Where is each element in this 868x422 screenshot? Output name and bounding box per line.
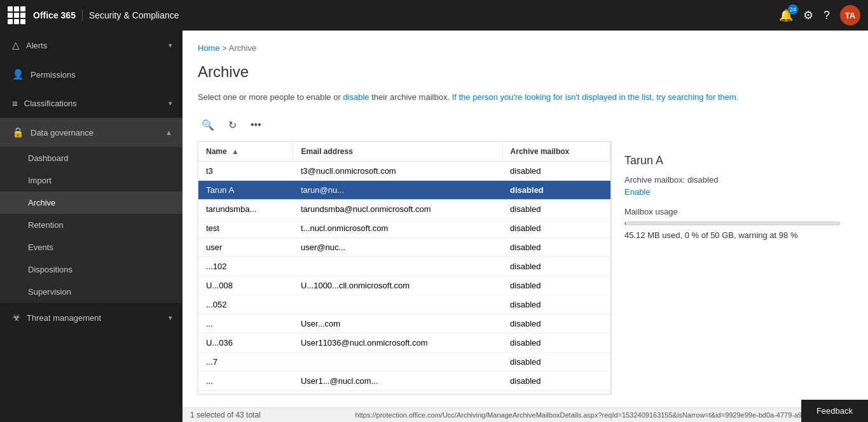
table-row[interactable]: t3t3@nucll.onmicrosoft.comdisabled (198, 161, 610, 180)
table-row[interactable]: U...036User11036@nucl.onmicrosoft.comdis… (198, 333, 610, 352)
cell-email: t...nucl.onmicrosoft.com (293, 218, 502, 237)
sidebar-item-dispositions[interactable]: Dispositions (0, 258, 183, 281)
avatar[interactable]: TA (840, 5, 860, 25)
cell-email (293, 295, 502, 314)
cell-name: U...008 (198, 276, 293, 295)
notification-icon[interactable]: 🔔 24 (779, 8, 793, 22)
cell-name: ... (198, 314, 293, 333)
refresh-button[interactable]: ↻ (224, 116, 240, 134)
sidebar-item-data-governance-label: Data governance (31, 128, 93, 137)
waffle-menu[interactable] (8, 6, 25, 24)
cell-name: venkatesh (198, 390, 293, 395)
sidebar-item-permissions[interactable]: 👤 Permissions (0, 60, 183, 89)
sidebar-item-import[interactable]: Import (0, 169, 183, 192)
cell-archive: disabled (502, 371, 610, 390)
table-row[interactable]: tarundsmba...tarundsmba@nucl.onmicrosoft… (198, 199, 610, 218)
sidebar-item-alerts-label: Alerts (26, 41, 47, 50)
toolbar: 🔍 ↻ ••• (198, 114, 853, 136)
threat-chevron: ▾ (169, 314, 172, 322)
detail-name: Tarun A (624, 154, 840, 167)
cell-archive: disabled (502, 199, 610, 218)
dashboard-label: Dashboard (28, 153, 69, 163)
desc-link[interactable]: disable (343, 92, 369, 102)
permissions-icon: 👤 (12, 69, 24, 80)
cell-name: ...7 (198, 352, 293, 371)
desc-part3[interactable]: If the person you're looking for isn't d… (452, 92, 739, 102)
sidebar-item-retention[interactable]: Retention (0, 214, 183, 236)
table-row[interactable]: ...052disabled (198, 295, 610, 314)
cell-name: Tarun A (198, 180, 293, 199)
cell-archive: disabled (502, 295, 610, 314)
topnav-icons: 🔔 24 ⚙ ? TA (779, 5, 860, 25)
sidebar-item-supervision[interactable]: Supervision (0, 281, 183, 303)
detail-archive-label: Archive mailbox: disabled (624, 175, 840, 185)
sidebar-item-permissions-label: Permissions (31, 70, 76, 80)
breadcrumb-home[interactable]: Home (198, 43, 220, 53)
table-row[interactable]: useruser@nuc...disabled (198, 237, 610, 257)
help-icon[interactable]: ? (823, 9, 830, 22)
sidebar-item-events[interactable]: Events (0, 236, 183, 258)
sidebar-item-data-governance[interactable]: 🔒 Data governance ▲ (0, 118, 183, 147)
sidebar-item-threat-management[interactable]: ☣ Threat management ▾ (0, 303, 183, 332)
page-description: Select one or more people to enable or d… (198, 91, 853, 104)
detail-mailbox-section: Mailbox usage 45.12 MB used, 0 % of 50 G… (624, 207, 840, 240)
archive-label: Archive (28, 198, 55, 207)
retention-label: Retention (28, 220, 64, 230)
statusbar-url: https://protection.office.com/Ucc/Archiv… (355, 411, 860, 419)
cell-email: User1...@nucl.com... (293, 371, 502, 390)
sidebar-item-classifications[interactable]: ≡ Classifications ▾ (0, 89, 183, 118)
cell-email: tarun@nu... (293, 180, 502, 199)
feedback-button[interactable]: Feedback (801, 400, 868, 422)
cell-name: ... (198, 371, 293, 390)
table-row[interactable]: testt...nucl.onmicrosoft.comdisabled (198, 218, 610, 237)
nav-divider (82, 9, 83, 22)
table-row[interactable]: ...102disabled (198, 257, 610, 276)
search-button[interactable]: 🔍 (198, 116, 218, 134)
cell-archive: disabled (502, 218, 610, 237)
cell-name: ...102 (198, 257, 293, 276)
table-row[interactable]: ...7disabled (198, 352, 610, 371)
product-label: Security & Compliance (89, 10, 179, 20)
data-governance-submenu: Dashboard Import Archive Retention Event… (0, 147, 183, 303)
table-row[interactable]: ...User1...@nucl.com...disabled (198, 371, 610, 390)
office-label: Office 365 (33, 10, 76, 20)
main-content-area: Home > Archive Archive Select one or mor… (183, 31, 868, 422)
alerts-chevron: ▾ (169, 41, 172, 50)
desc-part1: Select one or more people to enable or (198, 92, 343, 102)
mailbox-usage-label: Mailbox usage (624, 207, 840, 216)
sidebar-item-classifications-label: Classifications (24, 99, 77, 108)
detail-enable-link[interactable]: Enable (624, 187, 840, 197)
sidebar-item-alerts[interactable]: △ Alerts ▾ (0, 31, 183, 60)
cell-email: tarundsmba@nucl.onmicrosoft.com (293, 199, 502, 218)
cell-archive: disabled (502, 237, 610, 257)
table-container[interactable]: Name ▲ Email address Archive mailbox t3t… (198, 141, 611, 395)
breadcrumb: Home > Archive (198, 43, 853, 53)
sidebar-item-dashboard[interactable]: Dashboard (0, 147, 183, 169)
cell-name: ...052 (198, 295, 293, 314)
table-row[interactable]: Tarun Atarun@nu...disabled (198, 180, 610, 199)
cell-name: user (198, 237, 293, 257)
col-archive: Archive mailbox (502, 142, 610, 162)
table-row[interactable]: U...008U...1000...cll.onmicrosoft.comdis… (198, 276, 610, 295)
cell-email: U...1000...cll.onmicrosoft.com (293, 276, 502, 295)
dispositions-label: Dispositions (28, 265, 72, 274)
table-row[interactable]: ...User...comdisabled (198, 314, 610, 333)
cell-name: t3 (198, 161, 293, 180)
cell-archive: disabled (502, 161, 610, 180)
table-row[interactable]: venkateshvenkatesn@nucl.onmicrosoft.comd… (198, 390, 610, 395)
cell-email (293, 257, 502, 276)
cell-archive: disabled (502, 257, 610, 276)
breadcrumb-separator: > (222, 43, 227, 53)
sidebar-item-archive[interactable]: Archive (0, 192, 183, 214)
settings-icon[interactable]: ⚙ (803, 8, 813, 22)
sidebar: △ Alerts ▾ 👤 Permissions ≡ Classificatio… (0, 31, 183, 422)
cell-email: venkatesn@nucl.onmicrosoft.com (293, 390, 502, 395)
col-name[interactable]: Name ▲ (198, 142, 293, 162)
sort-arrow-name: ▲ (231, 147, 239, 156)
import-label: Import (28, 176, 52, 185)
cell-archive: disabled (502, 352, 610, 371)
cell-email: user@nuc... (293, 237, 502, 257)
cell-email: User...com (293, 314, 502, 333)
table-body: t3t3@nucll.onmicrosoft.comdisabledTarun … (198, 161, 610, 395)
more-button[interactable]: ••• (247, 116, 265, 133)
